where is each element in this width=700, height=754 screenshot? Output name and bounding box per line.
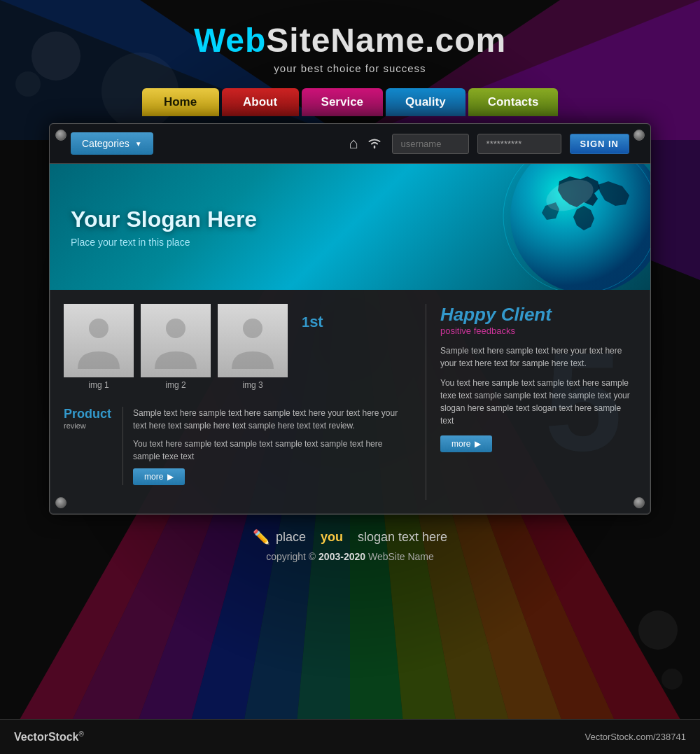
product-text-1: Sample text here sample text here sample… [133,407,412,432]
svg-point-27 [89,319,108,338]
screw-bottom-right [634,497,645,508]
main-panel: Categories ▼ ⌂ SIGN IN [49,123,651,515]
site-header: WebSiteName.com your best choice for suc… [194,0,506,85]
product-subtitle: review [64,421,113,430]
screw-bottom-left [55,497,66,508]
happy-client-subtitle: positive feedbacks [440,326,636,336]
product-label: Product review [64,407,113,485]
pencil-icon: ✏️ [253,529,270,545]
nav-item-service[interactable]: Service [302,88,384,116]
gallery-item-2: img 2 [141,304,211,390]
gallery-label-1: img 1 [88,380,108,390]
product-more-label: more [144,472,163,482]
product-divider [122,407,123,485]
footer-area: ✏️ place you slogan text here copyright … [253,515,447,568]
gallery-item-1: img 1 [64,304,134,390]
product-more-button[interactable]: more ▶ [133,468,185,485]
client-more-arrow: ▶ [475,439,481,449]
nav-item-home[interactable]: Home [142,88,219,116]
copyright-company: WebSite Name [365,551,434,562]
left-section: img 1 img 2 [64,304,426,500]
svg-point-29 [243,319,262,338]
svg-point-28 [166,319,186,338]
gallery-img-3 [218,304,288,377]
gallery-images: img 1 img 2 [64,304,288,390]
toolbar: Categories ▼ ⌂ SIGN IN [50,124,650,164]
toolbar-icons: ⌂ [349,134,383,153]
hero-slogan: Your Slogan Here [71,207,257,232]
wifi-icon [365,135,384,153]
copyright-years: 2003-2020 [318,551,365,562]
screw-top-right [634,130,645,141]
client-more-label: more [451,439,470,449]
nav-item-about[interactable]: About [222,88,299,116]
gallery-img-1 [64,304,134,377]
screw-top-left [55,130,66,141]
nav-item-quality[interactable]: Quality [386,88,465,116]
hero-text: Your Slogan Here Place your text in this… [50,193,278,262]
rank-badge: 1st [302,304,323,344]
client-more-button[interactable]: more ▶ [440,435,492,452]
categories-arrow-icon: ▼ [135,140,142,148]
rank-suffix: st [309,313,323,330]
hero-sub: Place your text in this place [71,237,257,248]
product-text-2: You text here sample text sample text sa… [133,438,412,463]
client-text: Sample text here sample text here your t… [440,344,636,427]
nav-item-contacts[interactable]: Contacts [468,88,559,116]
product-title: Product [64,407,113,421]
categories-button[interactable]: Categories ▼ [71,132,153,155]
home-icon[interactable]: ⌂ [349,134,358,153]
hero-banner: Your Slogan Here Place your text in this… [50,164,650,290]
content-area: img 1 img 2 [50,290,650,514]
copyright-text: copyright © [266,551,318,562]
nav-bar: Home About Service Quality Contacts [142,88,559,116]
site-title-web: Web [194,22,266,59]
footer-slogan-highlight: you [321,530,343,545]
username-input[interactable] [392,134,469,154]
gallery-label-3: img 3 [242,380,262,390]
product-text: Sample text here sample text here sample… [133,407,412,485]
signin-button[interactable]: SIGN IN [570,134,629,154]
gallery-img-2 [141,304,211,377]
hero-globe [468,164,650,290]
site-title: WebSiteName.com [194,21,506,60]
gallery-item-3: img 3 [218,304,288,390]
gallery-top-row: img 1 img 2 [64,304,412,390]
product-more-arrow: ▶ [167,472,174,482]
site-title-rest: SiteName.com [266,22,506,59]
password-input[interactable] [477,134,561,154]
categories-label: Categories [82,138,130,149]
right-section: Happy Client positive feedbacks Sample t… [426,304,636,500]
product-review: Product review Sample text here sample t… [64,398,412,485]
client-text-1: Sample text here sample text here your t… [440,344,636,370]
page-wrapper: WebSiteName.com your best choice for suc… [0,0,700,754]
happy-client-title: Happy Client [440,304,636,326]
site-subtitle: your best choice for success [194,62,506,74]
footer-slogan-pre: place [276,530,306,545]
footer-slogan: ✏️ place you slogan text here [253,529,447,545]
copyright: copyright © 2003-2020 WebSite Name [253,551,447,562]
client-text-2: You text here sample text sample text he… [440,377,636,427]
footer-slogan-post: slogan text here [358,530,447,545]
gallery-label-2: img 2 [165,380,186,390]
rank-number: 1 [302,314,309,330]
